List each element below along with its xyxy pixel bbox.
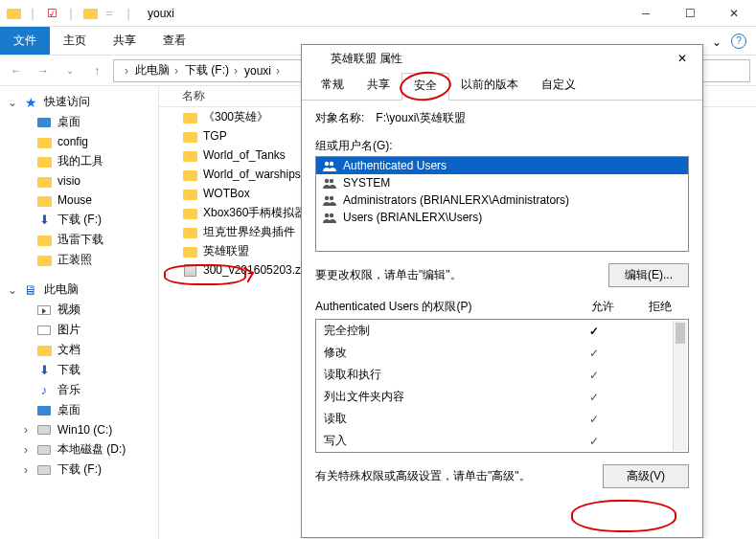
nav-pc-item[interactable]: 视频 <box>4 300 154 320</box>
nav-pc-item[interactable]: ›下载 (F:) <box>4 460 154 480</box>
allow-check-icon: ✓ <box>565 369 623 382</box>
folder-icon <box>36 192 52 208</box>
properties-tab[interactable]: 以前的版本 <box>449 73 530 101</box>
svg-point-4 <box>325 196 329 200</box>
nav-quick-item[interactable]: ⬇下载 (F:) <box>4 210 154 230</box>
allow-check-icon: ✓ <box>565 391 623 404</box>
folder-icon <box>36 154 52 169</box>
drive-icon <box>36 442 52 458</box>
permission-row: 修改✓ <box>316 342 688 364</box>
nav-quick-item[interactable]: 正装照 <box>4 250 154 270</box>
folder-icon <box>182 243 197 258</box>
advanced-button[interactable]: 高级(V) <box>603 464 689 488</box>
drive-icon <box>36 422 52 438</box>
folder-icon <box>182 167 197 182</box>
scrollbar[interactable] <box>673 321 687 451</box>
group-user-row[interactable]: SYSTEM <box>316 174 688 191</box>
properties-tab[interactable]: 共享 <box>355 73 401 101</box>
nav-pane[interactable]: ⌄★快速访问 桌面config我的工具visioMouse⬇下载 (F:)迅雷下… <box>0 86 159 539</box>
help-icon[interactable]: ? <box>731 34 746 49</box>
maximize-button[interactable]: ☐ <box>668 0 712 27</box>
folder-icon <box>36 253 52 268</box>
svg-point-0 <box>325 162 329 166</box>
folder-icon <box>182 128 197 144</box>
tab-file[interactable]: 文件 <box>0 27 50 55</box>
edit-button[interactable]: 编辑(E)... <box>608 263 689 287</box>
folder-icon <box>182 109 197 124</box>
properties-tab[interactable]: 常规 <box>309 73 355 101</box>
nav-history[interactable]: ⌄ <box>59 60 80 81</box>
svg-point-5 <box>330 196 333 200</box>
folder-icon <box>182 147 197 163</box>
breadcrumb[interactable]: youxi <box>244 64 283 78</box>
nav-quick-access[interactable]: ⌄★快速访问 <box>4 92 154 112</box>
nav-pc-item[interactable]: ›本地磁盘 (D:) <box>4 439 154 460</box>
object-name-value: F:\youxi\英雄联盟 <box>376 110 465 126</box>
svg-point-1 <box>330 162 333 166</box>
allow-check-icon: ✓ <box>565 325 623 338</box>
folder-icon <box>309 51 325 66</box>
nav-pc-item[interactable]: ›Win10 (C:) <box>4 420 154 439</box>
svg-point-2 <box>325 179 329 183</box>
folder-icon <box>182 186 197 201</box>
object-name-label: 对象名称: <box>315 110 364 126</box>
nav-pc-item[interactable]: 图片 <box>4 320 154 340</box>
permission-row: 读取✓ <box>316 408 688 430</box>
folder-icon <box>36 115 52 130</box>
close-button[interactable]: ✕ <box>712 0 756 27</box>
folder-icon: ⬇ <box>36 213 52 228</box>
group-user-row[interactable]: Authenticated Users <box>316 157 688 174</box>
nav-up[interactable]: ↑ <box>86 60 107 81</box>
svg-point-7 <box>330 213 333 217</box>
users-icon <box>322 211 337 224</box>
nav-pc-item[interactable]: 桌面 <box>4 400 154 420</box>
allow-check-icon: ✓ <box>565 413 623 426</box>
drive-icon <box>36 343 52 358</box>
folder-icon <box>182 205 197 220</box>
group-user-row[interactable]: Administrators (BRIANLERX\Administrators… <box>316 191 688 209</box>
check-icon[interactable]: ☑ <box>44 6 59 21</box>
qat-sep: = <box>102 6 117 21</box>
nav-quick-item[interactable]: 迅雷下载 <box>4 230 154 250</box>
users-icon <box>322 159 337 172</box>
folder-icon <box>82 6 98 21</box>
nav-pc-item[interactable]: 文档 <box>4 340 154 360</box>
nav-pc-item[interactable]: ♪音乐 <box>4 380 154 400</box>
folder-icon <box>36 233 52 248</box>
tab-share[interactable]: 共享 <box>100 27 149 55</box>
drive-icon <box>36 462 52 478</box>
properties-dialog: 英雄联盟 属性 ✕ 常规共享安全以前的版本自定义 对象名称: F:\youxi\… <box>301 44 703 538</box>
nav-this-pc[interactable]: ⌄🖥此电脑 <box>4 280 154 300</box>
nav-quick-item[interactable]: 桌面 <box>4 112 154 132</box>
drive-icon <box>36 403 52 418</box>
breadcrumb[interactable]: 下载 (F:) <box>185 62 241 79</box>
drive-icon <box>36 323 52 338</box>
group-user-list[interactable]: Authenticated UsersSYSTEMAdministrators … <box>315 156 689 252</box>
dialog-close-button[interactable]: ✕ <box>670 49 695 68</box>
nav-pc-item[interactable]: ⬇下载 <box>4 360 154 380</box>
breadcrumb[interactable]: 此电脑 <box>135 62 181 79</box>
permission-row: 写入✓ <box>316 430 688 452</box>
users-icon <box>322 193 337 207</box>
qat-divider: | <box>25 6 40 21</box>
group-label: 组或用户名(G): <box>315 138 689 154</box>
properties-tab[interactable]: 自定义 <box>530 73 587 101</box>
tab-home[interactable]: 主页 <box>50 27 100 55</box>
nav-quick-item[interactable]: visio <box>4 171 154 191</box>
qat-divider: | <box>63 6 79 21</box>
minimize-button[interactable]: ─ <box>624 0 668 27</box>
users-icon <box>322 176 337 190</box>
ribbon-expand-icon[interactable]: ⌄ <box>712 35 723 47</box>
properties-tab[interactable]: 安全 <box>401 73 449 101</box>
nav-quick-item[interactable]: config <box>4 132 154 151</box>
tab-view[interactable]: 查看 <box>149 27 199 55</box>
group-user-row[interactable]: Users (BRIANLERX\Users) <box>316 209 688 226</box>
permission-row: 列出文件夹内容✓ <box>316 386 688 408</box>
nav-back[interactable]: ← <box>6 60 27 81</box>
nav-quick-item[interactable]: 我的工具 <box>4 151 154 171</box>
nav-quick-item[interactable]: Mouse <box>4 191 154 210</box>
permissions-list[interactable]: 完全控制✓修改✓读取和执行✓列出文件夹内容✓读取✓写入✓ <box>315 319 689 453</box>
drive-icon: ♪ <box>36 383 52 398</box>
permissions-label: Authenticated Users 的权限(P) <box>315 299 574 315</box>
nav-forward[interactable]: → <box>33 60 54 81</box>
